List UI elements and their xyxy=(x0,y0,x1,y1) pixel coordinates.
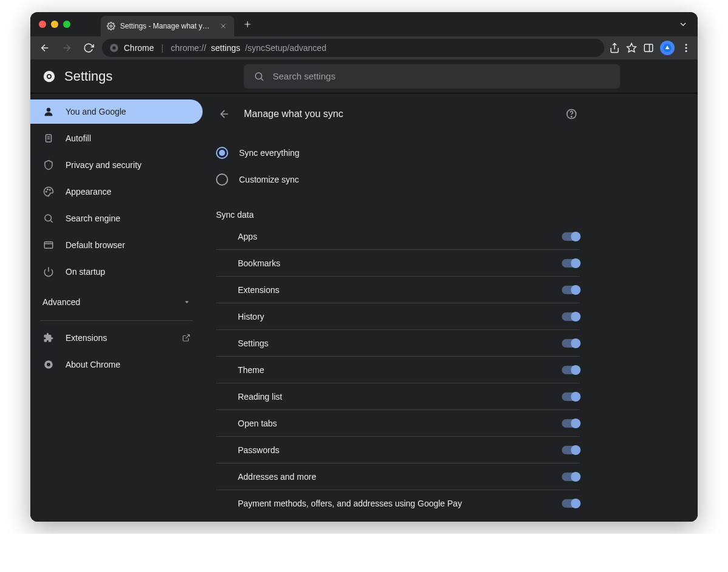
minimize-window-button[interactable] xyxy=(51,21,58,28)
sidebar-item-extensions[interactable]: Extensions xyxy=(30,326,203,350)
svg-point-40 xyxy=(571,116,571,117)
browser-tab[interactable]: Settings - Manage what you sy xyxy=(101,16,234,36)
settings-header-bar: Settings xyxy=(30,59,698,93)
tab-title: Settings - Manage what you sy xyxy=(120,22,214,30)
sidebar-item-privacy[interactable]: Privacy and security xyxy=(30,153,203,177)
sidebar-item-autofill[interactable]: Autofill xyxy=(30,126,203,150)
sync-item-label: Apps xyxy=(238,232,257,241)
sync-item-toggle[interactable] xyxy=(562,473,580,481)
svg-point-14 xyxy=(686,44,687,45)
sync-item-toggle[interactable] xyxy=(562,366,580,374)
sidebar-item-label: About Chrome xyxy=(66,360,120,369)
sync-item-toggle[interactable] xyxy=(562,312,580,321)
sync-item-toggle[interactable] xyxy=(562,419,580,428)
svg-point-27 xyxy=(47,189,49,190)
settings-sidebar: You and Google Autofill Privacy and secu… xyxy=(30,93,210,522)
url-prefix: chrome:// xyxy=(170,43,206,53)
sidebar-item-label: You and Google xyxy=(66,107,126,116)
sidebar-item-appearance[interactable]: Appearance xyxy=(30,180,203,204)
sync-item-row: Settings xyxy=(216,330,580,357)
sync-item-toggle[interactable] xyxy=(562,339,580,348)
sync-item-row: Addresses and more xyxy=(216,463,580,490)
chrome-icon xyxy=(42,70,56,83)
svg-point-15 xyxy=(686,47,687,49)
bookmark-icon[interactable] xyxy=(626,42,637,53)
svg-point-8 xyxy=(112,46,115,49)
sync-mode-radio-group: Sync everything Customize sync xyxy=(210,133,586,197)
settings-main: You and Google Autofill Privacy and secu… xyxy=(30,93,698,522)
sidebar-item-label: Privacy and security xyxy=(66,160,141,170)
url-path-main: settings xyxy=(211,43,240,53)
sync-item-label: Theme xyxy=(238,365,265,375)
svg-line-21 xyxy=(261,78,263,80)
sync-item-toggle[interactable] xyxy=(562,446,580,454)
url-path-rest: /syncSetup/advanced xyxy=(245,43,326,53)
svg-marker-34 xyxy=(185,301,189,304)
reload-button[interactable] xyxy=(80,39,97,56)
sidebar-item-label: Extensions xyxy=(66,333,107,343)
sync-item-toggle[interactable] xyxy=(562,232,580,241)
svg-point-26 xyxy=(46,191,47,192)
profile-avatar[interactable] xyxy=(660,41,675,55)
radio-label: Sync everything xyxy=(239,148,300,158)
help-button[interactable] xyxy=(563,106,580,123)
address-bar[interactable]: Chrome | chrome://settings/syncSetup/adv… xyxy=(102,39,604,57)
sync-item-label: Open tabs xyxy=(238,419,277,428)
sync-item-row: Passwords xyxy=(216,437,580,463)
palette-icon xyxy=(42,186,55,198)
maximize-window-button[interactable] xyxy=(63,21,70,28)
chevron-down-icon[interactable] xyxy=(678,19,688,29)
sync-item-toggle[interactable] xyxy=(562,259,580,267)
radio-sync-everything[interactable]: Sync everything xyxy=(216,140,580,166)
svg-point-20 xyxy=(255,73,262,79)
sidebar-item-label: Autofill xyxy=(66,133,91,143)
sidebar-item-default-browser[interactable]: Default browser xyxy=(30,233,203,257)
new-tab-button[interactable] xyxy=(239,16,256,33)
back-button[interactable] xyxy=(36,39,53,56)
close-tab-button[interactable] xyxy=(218,21,228,31)
svg-point-16 xyxy=(686,50,687,52)
puzzle-icon xyxy=(42,332,55,344)
sync-item-row: Payment methods, offers, and addresses u… xyxy=(216,490,580,517)
sidebar-item-on-startup[interactable]: On startup xyxy=(30,260,203,284)
sidebar-item-you-and-google[interactable]: You and Google xyxy=(30,99,203,124)
gear-icon xyxy=(107,22,115,30)
svg-rect-11 xyxy=(644,44,653,52)
sidebar-item-about[interactable]: About Chrome xyxy=(30,352,203,377)
sync-item-row: Reading list xyxy=(216,383,580,410)
sync-item-label: Extensions xyxy=(238,285,279,295)
window-icon xyxy=(42,239,55,251)
sidebar-item-search-engine[interactable]: Search engine xyxy=(30,206,203,230)
sidebar-separator xyxy=(40,320,193,321)
sidebar-item-label: Search engine xyxy=(66,214,120,223)
sync-item-toggle[interactable] xyxy=(562,286,580,294)
url-divider: | xyxy=(159,43,166,53)
close-window-button[interactable] xyxy=(39,21,46,28)
sidebar-item-label: Appearance xyxy=(66,187,112,197)
radio-unchecked-icon xyxy=(216,173,228,186)
sidebar-advanced-toggle[interactable]: Advanced xyxy=(30,289,203,315)
sync-item-label: Reading list xyxy=(238,392,282,402)
sidebar-item-label: Default browser xyxy=(66,240,125,250)
page-back-button[interactable] xyxy=(216,106,233,123)
sync-item-row: Extensions xyxy=(216,277,580,303)
url-scheme-label: Chrome xyxy=(124,43,154,53)
browser-toolbar: Chrome | chrome://settings/syncSetup/adv… xyxy=(30,36,698,59)
sync-item-label: Passwords xyxy=(238,445,279,455)
settings-search-input[interactable] xyxy=(273,71,610,81)
sync-item-toggle[interactable] xyxy=(562,392,580,401)
search-icon xyxy=(42,212,55,224)
sync-item-label: Payment methods, offers, and addresses u… xyxy=(238,499,462,508)
settings-content-wrap: Manage what you sync Sync everything Cus… xyxy=(210,93,698,522)
svg-line-35 xyxy=(186,335,189,338)
share-icon[interactable] xyxy=(609,42,620,53)
sync-item-row: Bookmarks xyxy=(216,250,580,277)
sync-item-toggle[interactable] xyxy=(562,499,580,508)
sidebar-item-label: On startup xyxy=(66,267,105,277)
forward-button[interactable] xyxy=(58,39,75,56)
sync-item-row: History xyxy=(216,303,580,330)
radio-customize-sync[interactable]: Customize sync xyxy=(216,166,580,193)
settings-search[interactable] xyxy=(244,64,620,89)
side-panel-icon[interactable] xyxy=(643,42,654,53)
more-menu-icon[interactable] xyxy=(681,42,692,53)
